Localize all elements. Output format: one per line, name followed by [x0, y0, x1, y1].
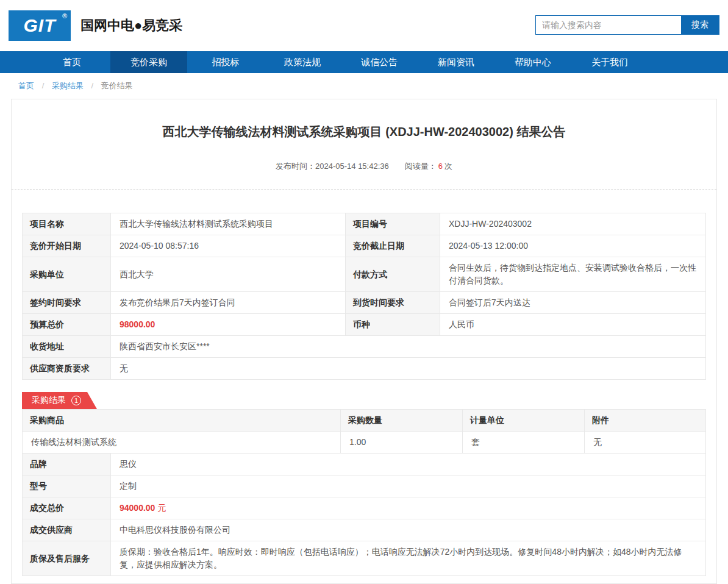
budget-price: 98000.00 [120, 319, 155, 329]
column-header: 附件 [585, 410, 706, 432]
table-row: 品牌 思仪 [23, 454, 706, 475]
cell-value: 发布竞价结果后7天内签订合同 [111, 292, 346, 314]
cell-label: 竞价开始日期 [23, 235, 111, 257]
cell-label: 供应商资质要求 [23, 358, 111, 380]
nav-item-policy[interactable]: 政策法规 [264, 51, 341, 73]
cell-value: 无 [111, 358, 706, 380]
nav-item-tender[interactable]: 招投标 [187, 51, 264, 73]
result-section-header: 采购结果 1 [22, 392, 706, 409]
project-info-table: 项目名称 西北大学传输线法材料测试系统采购项目 项目编号 XDJJ-HW-202… [22, 213, 706, 380]
cell-value: 套 [463, 432, 585, 454]
cell-value: 2024-05-13 12:00:00 [440, 235, 706, 257]
publish-time-value: 2024-05-14 15:42:36 [315, 162, 389, 171]
cell-value: 定制 [111, 475, 706, 497]
nav-item-news[interactable]: 新闻资讯 [418, 51, 494, 73]
breadcrumb-separator: / [42, 81, 45, 90]
table-row: 预算总价 98000.00 币种 人民币 [23, 314, 706, 336]
result-product-table: 采购商品 采购数量 计量单位 附件 传输线法材料测试系统 1.00 套 无 [22, 409, 706, 454]
cell-label: 到货时间要求 [346, 292, 440, 314]
cell-label: 竞价截止日期 [346, 235, 440, 257]
table-row: 收货地址 陕西省西安市长安区**** [23, 336, 706, 358]
dashed-divider [12, 189, 716, 190]
column-header: 采购数量 [341, 410, 463, 432]
views-unit: 次 [444, 162, 452, 171]
cell-value: 无 [585, 432, 706, 454]
site-name: 国网中电●易竞采 [80, 16, 182, 35]
cell-value: 94000.00元 [111, 497, 706, 519]
table-row: 传输线法材料测试系统 1.00 套 无 [23, 432, 706, 454]
breadcrumb-separator: / [91, 81, 94, 90]
logo[interactable]: GIT ® [9, 10, 71, 41]
cell-value: 1.00 [341, 432, 463, 454]
logo-text: GIT [24, 15, 56, 36]
site-header: GIT ® 国网中电●易竞采 搜索 [0, 0, 728, 51]
table-row: 采购单位 西北大学 付款方式 合同生效后，待货物到达指定地点、安装调试验收合格后… [23, 257, 706, 292]
cell-label: 项目名称 [23, 213, 111, 235]
views-label: 阅读量： [405, 162, 437, 171]
nav-item-home[interactable]: 首页 [34, 51, 110, 73]
result-badge-label: 采购结果 [32, 395, 66, 406]
breadcrumb-purchase-results[interactable]: 采购结果 [52, 81, 84, 90]
cell-label: 收货地址 [23, 336, 111, 358]
page-title: 西北大学传输线法材料测试系统采购项目 (XDJJ-HW-202403002) 结… [24, 124, 704, 140]
content-card: 西北大学传输线法材料测试系统采购项目 (XDJJ-HW-202403002) 结… [11, 99, 717, 584]
column-header: 计量单位 [463, 410, 585, 432]
cell-value: 人民币 [440, 314, 706, 336]
main-nav: 首页 竞价采购 招投标 政策法规 诚信公告 新闻资讯 帮助中心 关于我们 [0, 51, 728, 73]
column-header: 采购商品 [23, 410, 341, 432]
publish-time-label: 发布时间： [276, 162, 315, 171]
table-row: 供应商资质要求 无 [23, 358, 706, 380]
cell-label: 质保及售后服务 [23, 541, 111, 576]
views-count: 6 [438, 162, 443, 171]
cell-value: 西北大学 [111, 257, 346, 292]
table-row: 成交总价 94000.00元 [23, 497, 706, 519]
table-row: 竞价开始日期 2024-05-10 08:57:16 竞价截止日期 2024-0… [23, 235, 706, 257]
table-row: 质保及售后服务 质保期：验收合格后1年。响应时效：即时响应（包括电话响应）；电话… [23, 541, 706, 576]
cell-value: 2024-05-10 08:57:16 [111, 235, 346, 257]
cell-value: 合同签订后7天内送达 [440, 292, 706, 314]
nav-item-integrity[interactable]: 诚信公告 [341, 51, 418, 73]
result-count-badge: 1 [71, 396, 81, 405]
cell-value: XDJJ-HW-202403002 [440, 213, 706, 235]
table-row: 成交供应商 中电科思仪科技股份有限公司 [23, 519, 706, 541]
search-button[interactable]: 搜索 [681, 16, 719, 34]
cell-value: 思仪 [111, 454, 706, 475]
deal-price-amount: 94000.00 [120, 503, 155, 513]
cell-value budget-price: 98000.00 [111, 314, 346, 336]
table-row: 型号 定制 [23, 475, 706, 497]
cell-label: 预算总价 [23, 314, 111, 336]
cell-value: 中电科思仪科技股份有限公司 [111, 519, 706, 541]
deal-price-unit: 元 [157, 503, 166, 513]
search-input[interactable] [536, 16, 681, 34]
breadcrumb-current: 竞价结果 [101, 81, 133, 90]
cell-value: 质保期：验收合格后1年。响应时效：即时响应（包括电话响应）；电话响应无法解决72… [111, 541, 706, 576]
breadcrumb-home[interactable]: 首页 [18, 81, 34, 90]
cell-label: 成交总价 [23, 497, 111, 519]
result-badge: 采购结果 1 [22, 392, 97, 409]
table-header-row: 采购商品 采购数量 计量单位 附件 [23, 410, 706, 432]
nav-item-help[interactable]: 帮助中心 [494, 51, 571, 73]
table-row: 项目名称 西北大学传输线法材料测试系统采购项目 项目编号 XDJJ-HW-202… [23, 213, 706, 235]
cell-value: 传输线法材料测试系统 [23, 432, 341, 454]
registered-trademark-icon: ® [62, 12, 68, 20]
table-row: 签约时间要求 发布竞价结果后7天内签订合同 到货时间要求 合同签订后7天内送达 [23, 292, 706, 314]
cell-value: 合同生效后，待货物到达指定地点、安装调试验收合格后，一次性付清合同货款。 [440, 257, 706, 292]
article-meta: 发布时间：2024-05-14 15:42:36阅读量：6次 [12, 161, 716, 172]
cell-value: 陕西省西安市长安区**** [111, 336, 706, 358]
cell-label: 采购单位 [23, 257, 111, 292]
cell-label: 项目编号 [346, 213, 440, 235]
result-detail-table: 品牌 思仪 型号 定制 成交总价 94000.00元 成交供应商 中电科思仪科技… [22, 453, 706, 576]
breadcrumb: 首页 / 采购结果 / 竞价结果 [0, 73, 728, 99]
search-box: 搜索 [535, 15, 719, 35]
cell-label: 品牌 [23, 454, 111, 475]
nav-item-about[interactable]: 关于我们 [571, 51, 648, 73]
nav-item-bidding-purchase[interactable]: 竞价采购 [110, 51, 187, 73]
cell-label: 币种 [346, 314, 440, 336]
cell-label: 付款方式 [346, 257, 440, 292]
cell-label: 型号 [23, 475, 111, 497]
cell-value: 西北大学传输线法材料测试系统采购项目 [111, 213, 346, 235]
cell-label: 签约时间要求 [23, 292, 111, 314]
cell-label: 成交供应商 [23, 519, 111, 541]
